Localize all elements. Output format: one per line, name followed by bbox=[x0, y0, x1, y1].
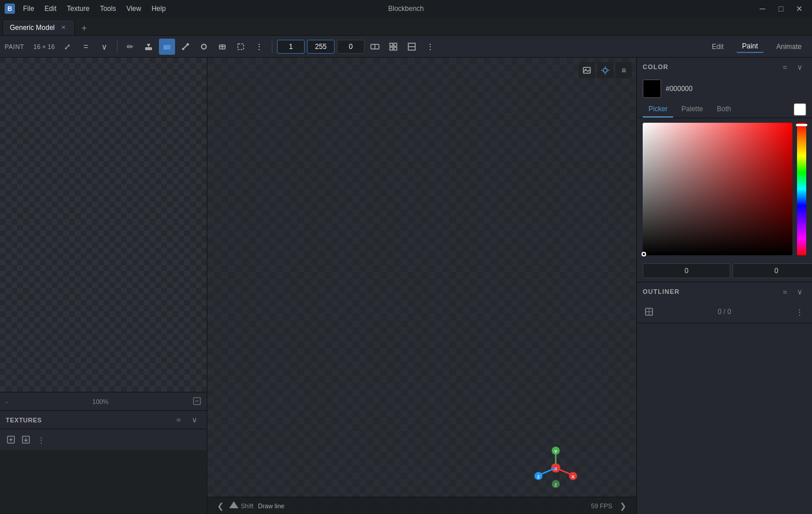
toolbar-grid2[interactable] bbox=[404, 39, 420, 55]
selection-tool-button[interactable] bbox=[233, 39, 249, 55]
color-picker-area bbox=[637, 118, 812, 260]
uv-editor-area[interactable] bbox=[0, 58, 207, 392]
textures-chevron-icon[interactable]: ∨ bbox=[188, 414, 201, 426]
fullscreen-icon[interactable] bbox=[193, 397, 201, 406]
viewport-bottom-bar: ❮ Shift Draw line 59 FPS ❯ bbox=[207, 497, 636, 514]
chevron-down-icon[interactable]: ∨ bbox=[96, 39, 112, 55]
mode-paint-button[interactable]: Paint bbox=[737, 40, 764, 53]
viewport-image-icon[interactable] bbox=[579, 62, 595, 78]
toolbar-more-button[interactable]: ⋮ bbox=[251, 39, 267, 55]
viewport[interactable]: ≡ Y X X Z Z bbox=[207, 58, 636, 514]
hue-slider[interactable] bbox=[797, 123, 806, 255]
color-extra-swatch[interactable] bbox=[794, 103, 806, 116]
expand-icon[interactable]: ⤢ bbox=[59, 39, 75, 55]
svg-rect-4 bbox=[164, 47, 166, 50]
svg-rect-17 bbox=[394, 43, 397, 46]
viewport-light-icon[interactable] bbox=[597, 62, 613, 78]
tab-generic-model[interactable]: Generic Model ✕ bbox=[2, 19, 75, 35]
tab-close-icon[interactable]: ✕ bbox=[59, 24, 67, 32]
menu-view[interactable]: View bbox=[122, 3, 146, 14]
nav-left-button[interactable]: ❮ bbox=[214, 500, 227, 512]
left-panel: - 100% TEXTURES = ∨ ⋮ bbox=[0, 58, 207, 514]
color-picker-tool-button[interactable] bbox=[196, 39, 212, 55]
minimize-button[interactable]: ─ bbox=[754, 3, 771, 14]
outliner-count: 0 / 0 bbox=[718, 308, 731, 316]
current-color-swatch[interactable] bbox=[643, 80, 661, 98]
color-tab-both[interactable]: Both bbox=[711, 101, 737, 118]
close-button[interactable]: ✕ bbox=[791, 3, 807, 14]
outliner-content: 0 / 0 ⋮ bbox=[637, 301, 812, 323]
menu-texture[interactable]: Texture bbox=[62, 3, 94, 14]
toolbar-more2[interactable]: ⋮ bbox=[422, 39, 438, 55]
textures-content bbox=[0, 450, 207, 514]
svg-text:Z: Z bbox=[555, 482, 557, 487]
pencil-tool-button[interactable]: ✏ bbox=[122, 39, 138, 55]
new-tab-button[interactable]: + bbox=[77, 21, 91, 35]
add-texture-button[interactable] bbox=[5, 433, 17, 446]
mode-animate-button[interactable]: Animate bbox=[771, 41, 807, 52]
stamp-tool-button[interactable] bbox=[214, 39, 230, 55]
nav-right-button[interactable]: ❯ bbox=[617, 500, 629, 512]
draw-line-label: Draw line bbox=[258, 502, 284, 509]
color-section: COLOR = ∨ #000000 Picker Palette Both bbox=[637, 58, 812, 282]
toolbar-left: PAINT 16 × 16 ⤢ = ∨ ✏ ⋮ bbox=[5, 39, 704, 55]
textures-equals-icon[interactable]: = bbox=[172, 414, 185, 426]
brush-opacity-input[interactable] bbox=[307, 40, 335, 54]
equals-icon[interactable]: = bbox=[78, 39, 94, 55]
viewport-menu-icon[interactable]: ≡ bbox=[616, 62, 632, 78]
color-tab-picker[interactable]: Picker bbox=[643, 101, 673, 118]
toolbar-grid1[interactable] bbox=[385, 39, 401, 55]
textures-header: TEXTURES = ∨ bbox=[0, 411, 207, 429]
color-header-actions: = ∨ bbox=[779, 61, 806, 73]
color-swatch-row: #000000 bbox=[637, 76, 812, 101]
textures-toolbar: ⋮ bbox=[0, 429, 207, 450]
tab-label: Generic Model bbox=[10, 24, 55, 32]
svg-rect-18 bbox=[390, 47, 393, 50]
fill-tool-button[interactable] bbox=[141, 39, 157, 55]
color-tab-palette[interactable]: Palette bbox=[676, 101, 708, 118]
right-panel: COLOR = ∨ #000000 Picker Palette Both bbox=[636, 58, 812, 514]
mode-edit-button[interactable]: Edit bbox=[706, 41, 730, 52]
outliner-equals-icon[interactable]: = bbox=[779, 285, 791, 298]
brush-size-input[interactable] bbox=[277, 40, 305, 54]
color-gradient-box[interactable] bbox=[643, 123, 792, 255]
menu-help[interactable]: Help bbox=[147, 3, 170, 14]
main-content: - 100% TEXTURES = ∨ ⋮ bbox=[0, 58, 812, 514]
left-bottom-bar: - 100% bbox=[0, 392, 207, 410]
textures-actions: = ∨ bbox=[172, 414, 201, 426]
color-panel-title: COLOR bbox=[643, 63, 669, 70]
texture-size-display: 16 × 16 bbox=[33, 43, 55, 50]
tabbar: Generic Model ✕ + bbox=[0, 17, 812, 36]
zoom-level: 100% bbox=[92, 398, 108, 405]
titlebar-left: B File Edit Texture Tools View Help bbox=[5, 3, 170, 14]
toolbar-icon1[interactable] bbox=[367, 39, 383, 55]
color-header-chevron-icon[interactable]: ∨ bbox=[794, 61, 806, 73]
color-header: COLOR = ∨ bbox=[637, 58, 812, 76]
color-tabs: Picker Palette Both bbox=[637, 101, 812, 118]
outliner-more-icon[interactable]: ⋮ bbox=[794, 305, 806, 318]
svg-rect-16 bbox=[390, 43, 393, 46]
svg-point-31 bbox=[604, 69, 608, 73]
brush-param3-input[interactable] bbox=[337, 40, 365, 54]
color-hex-value[interactable]: #000000 bbox=[666, 85, 693, 93]
menu-edit[interactable]: Edit bbox=[40, 3, 61, 14]
outliner-chevron-icon[interactable]: ∨ bbox=[794, 285, 806, 298]
eyedropper-tool-button[interactable] bbox=[177, 39, 193, 55]
menu-file[interactable]: File bbox=[18, 3, 39, 14]
eraser-tool-button[interactable] bbox=[159, 39, 175, 55]
color-r-input[interactable] bbox=[643, 263, 730, 278]
color-header-equals-icon[interactable]: = bbox=[779, 61, 791, 73]
color-g-input[interactable] bbox=[733, 263, 812, 278]
import-texture-button[interactable] bbox=[20, 433, 32, 446]
textures-dots-icon[interactable]: ⋮ bbox=[35, 433, 47, 446]
gradient-cursor bbox=[642, 252, 646, 256]
maximize-button[interactable]: □ bbox=[773, 3, 789, 14]
toolbar: PAINT 16 × 16 ⤢ = ∨ ✏ ⋮ bbox=[0, 36, 812, 58]
uv-canvas[interactable] bbox=[0, 58, 207, 392]
svg-marker-49 bbox=[229, 501, 238, 508]
zoom-minus[interactable]: - bbox=[6, 398, 8, 405]
titlebar-menu: File Edit Texture Tools View Help bbox=[18, 3, 170, 14]
paint-mode-label: PAINT bbox=[5, 43, 24, 50]
menu-tools[interactable]: Tools bbox=[95, 3, 120, 14]
svg-text:Z: Z bbox=[537, 474, 540, 479]
